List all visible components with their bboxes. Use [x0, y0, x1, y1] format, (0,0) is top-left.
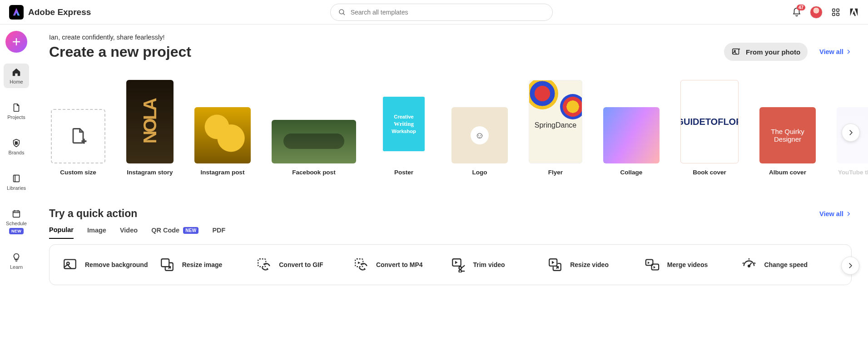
template-scroller: Custom size NOLA Instagram story Instagr…: [49, 80, 852, 176]
page-title: Create a new project: [49, 44, 191, 60]
adobe-icon: [849, 7, 859, 17]
search-field[interactable]: [351, 9, 545, 16]
template-custom-size[interactable]: Custom size: [51, 109, 105, 176]
svg-line-1: [343, 13, 345, 15]
svg-rect-22: [258, 259, 266, 267]
convert-mp4-icon: [353, 257, 369, 272]
templates-view-all-link[interactable]: View all: [819, 48, 852, 55]
from-photo-label: From your photo: [746, 48, 800, 56]
custom-size-thumb: [51, 109, 105, 163]
file-plus-icon: [68, 126, 88, 146]
search-wrap: [91, 4, 792, 21]
hero-row: Create a new project From your photo Vie…: [49, 43, 852, 61]
rail-item-schedule[interactable]: Schedule NEW: [4, 205, 29, 238]
qa-resize-image[interactable]: Resize image: [159, 257, 257, 272]
template-thumb: A GUIDE TO FLORA: [680, 80, 739, 163]
template-thumb: [194, 107, 251, 163]
svg-rect-2: [833, 9, 835, 11]
qa-trim-video[interactable]: Trim video: [451, 257, 548, 272]
chevron-right-icon: [845, 211, 852, 217]
svg-rect-9: [14, 175, 20, 182]
book-icon: [11, 173, 21, 183]
template-thumb: Spring Dance: [529, 80, 582, 163]
tab-popular[interactable]: Popular: [49, 226, 74, 239]
template-flyer[interactable]: Spring Dance Flyer: [529, 80, 582, 176]
rail-item-libraries[interactable]: Libraries: [4, 170, 29, 194]
template-label: Custom size: [60, 169, 96, 176]
quick-action-card: Remove background Resize image Convert t…: [49, 244, 852, 285]
from-your-photo-button[interactable]: From your photo: [724, 43, 808, 61]
qa-convert-to-gif[interactable]: Convert to GIF: [256, 257, 353, 272]
home-icon: [11, 67, 21, 77]
quick-action-tabs: Popular Image Video QR Code NEW PDF: [49, 226, 852, 239]
rail-label: Libraries: [7, 185, 26, 191]
notifications-button[interactable]: 47: [792, 7, 802, 17]
template-instagram-post[interactable]: Instagram post: [194, 107, 251, 176]
template-facebook-post[interactable]: Facebook post: [272, 120, 356, 176]
template-row: Custom size NOLA Instagram story Instagr…: [49, 80, 852, 176]
template-label: Instagram post: [201, 169, 245, 176]
template-thumb: NOLA: [126, 80, 174, 163]
bulb-icon: [11, 252, 21, 262]
template-label: Album cover: [769, 169, 806, 176]
greeting-text: Ian, create confidently, share fearlessl…: [49, 34, 852, 41]
template-thumb: [272, 120, 356, 163]
template-label: Facebook post: [292, 169, 335, 176]
photo-sparkle-icon: [731, 47, 741, 57]
template-label: Instagram story: [127, 169, 173, 176]
quick-action-header: Try a quick action View all: [49, 176, 852, 220]
tab-qr-code[interactable]: QR Code NEW: [151, 226, 198, 239]
qa-change-speed[interactable]: Change speed: [741, 257, 838, 272]
template-poster[interactable]: Creative Writing Workshop Poster: [377, 80, 431, 176]
rail-item-learn[interactable]: Learn: [4, 249, 29, 273]
chevron-right-icon: [845, 49, 852, 55]
tab-image[interactable]: Image: [87, 226, 106, 239]
rail-label: Home: [10, 79, 23, 84]
rail-label: Learn: [10, 264, 23, 270]
app-name: Adobe Express: [28, 7, 91, 17]
svg-rect-21: [161, 259, 169, 267]
tab-video[interactable]: Video: [120, 226, 138, 239]
app-logo-block[interactable]: Adobe Express: [9, 5, 91, 20]
chevron-right-icon: [846, 262, 854, 270]
create-button[interactable]: [5, 31, 27, 53]
app-switcher-button[interactable]: [831, 7, 841, 17]
svg-text:B: B: [15, 141, 18, 145]
qa-remove-background[interactable]: Remove background: [62, 257, 159, 272]
template-book-cover[interactable]: A GUIDE TO FLORA Book cover: [680, 80, 739, 176]
convert-gif-icon: [256, 257, 272, 272]
qa-resize-video[interactable]: Resize video: [547, 257, 645, 272]
quick-action-scroll-next-button[interactable]: [841, 257, 859, 275]
rail-item-home[interactable]: Home: [4, 64, 29, 88]
new-badge: NEW: [183, 227, 198, 234]
qa-merge-videos[interactable]: Merge videos: [645, 257, 742, 272]
template-label: Collage: [620, 169, 643, 176]
trim-icon: [451, 257, 466, 272]
template-collage[interactable]: Collage: [603, 107, 660, 176]
quick-action-view-all-link[interactable]: View all: [819, 210, 852, 217]
qa-convert-to-mp4[interactable]: Convert to MP4: [353, 257, 451, 272]
shield-icon: B: [11, 138, 21, 148]
rail-item-brands[interactable]: B Brands: [4, 134, 29, 159]
tab-pdf[interactable]: PDF: [212, 226, 225, 239]
resize-video-icon: [547, 257, 563, 272]
user-avatar[interactable]: [810, 6, 823, 19]
quick-action-title: Try a quick action: [49, 208, 137, 220]
speed-icon: [741, 257, 757, 272]
template-thumb: Creative Writing Workshop: [377, 80, 431, 163]
templates-scroll-next-button[interactable]: [842, 124, 860, 142]
chevron-right-icon: [847, 129, 855, 137]
template-instagram-story[interactable]: NOLA Instagram story: [126, 80, 174, 176]
rail-item-projects[interactable]: Projects: [4, 99, 29, 124]
template-album-cover[interactable]: The Quirky Designer Album cover: [759, 107, 816, 176]
calendar-icon: [11, 209, 21, 219]
view-all-label: View all: [819, 48, 843, 55]
search-input[interactable]: [330, 4, 553, 21]
template-logo[interactable]: ☺ Logo: [451, 107, 508, 176]
new-badge: NEW: [9, 228, 24, 234]
svg-rect-3: [837, 9, 839, 11]
adobe-menu-button[interactable]: [849, 7, 859, 17]
notifications-count: 47: [797, 5, 805, 10]
svg-point-0: [339, 10, 344, 14]
template-label: YouTube th: [838, 169, 868, 176]
